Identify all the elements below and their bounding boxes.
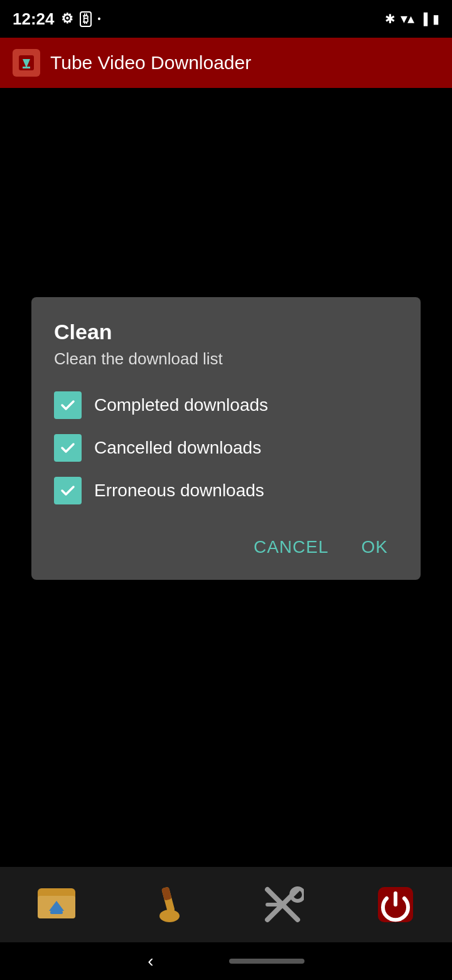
svg-point-12 xyxy=(291,888,304,901)
checkbox-row-completed: Completed downloads xyxy=(54,391,398,419)
status-time: 12:24 xyxy=(13,9,55,29)
clean-dialog: Clean Clean the download list Completed … xyxy=(31,297,421,580)
home-pill[interactable] xyxy=(229,959,304,964)
status-app-icon: ₿ xyxy=(80,11,92,27)
checkbox-label-completed: Completed downloads xyxy=(94,395,268,415)
checkbox-erroneous[interactable] xyxy=(54,477,82,504)
checkbox-row-cancelled: Cancelled downloads xyxy=(54,434,398,462)
status-gear-icon: ⚙ xyxy=(61,11,73,27)
checkbox-row-erroneous: Erroneous downloads xyxy=(54,477,398,504)
dialog-subtitle: Clean the download list xyxy=(54,349,398,369)
status-bar: 12:24 ⚙ ₿ • ✱ ▾▴ ▐ ▮ xyxy=(0,0,452,38)
signal-icon: ▐ xyxy=(419,13,428,26)
bluetooth-icon: ✱ xyxy=(385,11,396,26)
checkbox-cancelled[interactable] xyxy=(54,434,82,462)
checkbox-completed[interactable] xyxy=(54,391,82,419)
nav-item-power[interactable] xyxy=(370,879,421,930)
dialog-buttons: CANCEL OK xyxy=(54,520,398,565)
status-dot: • xyxy=(98,14,101,24)
status-icons-right: ✱ ▾▴ ▐ ▮ xyxy=(385,11,439,27)
wifi-icon: ▾▴ xyxy=(401,11,414,27)
battery-icon: ▮ xyxy=(433,11,439,26)
svg-rect-6 xyxy=(50,911,63,914)
app-logo xyxy=(13,49,40,77)
dialog-title: Clean xyxy=(54,320,398,344)
bottom-nav xyxy=(0,867,452,942)
app-title: Tube Video Downloader xyxy=(50,52,251,74)
system-nav: ‹ xyxy=(0,942,452,980)
main-content: Clean Clean the download list Completed … xyxy=(0,88,452,867)
checkbox-label-cancelled: Cancelled downloads xyxy=(94,438,261,458)
nav-item-downloads[interactable] xyxy=(31,879,82,930)
svg-rect-2 xyxy=(23,67,30,68)
svg-rect-9 xyxy=(161,886,172,900)
cancel-button[interactable]: CANCEL xyxy=(244,530,339,565)
checkbox-label-erroneous: Erroneous downloads xyxy=(94,481,264,501)
back-button[interactable]: ‹ xyxy=(148,951,153,971)
nav-item-clean[interactable] xyxy=(144,879,195,930)
ok-button[interactable]: OK xyxy=(352,530,398,565)
status-time-area: 12:24 ⚙ ₿ • xyxy=(13,9,100,29)
nav-item-settings[interactable] xyxy=(257,879,308,930)
app-bar: Tube Video Downloader xyxy=(0,38,452,88)
svg-point-8 xyxy=(159,910,180,922)
